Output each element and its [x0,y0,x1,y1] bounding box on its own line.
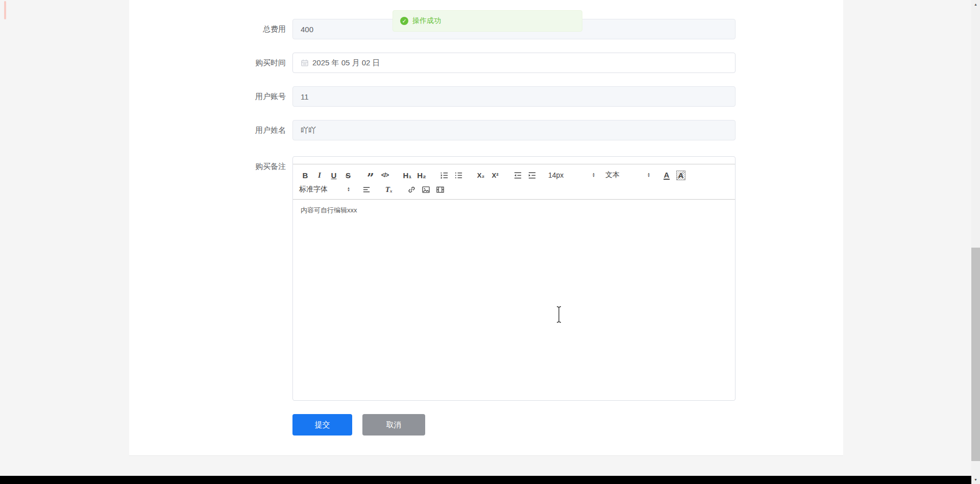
form-row-remark: 购买备注 B I U S ” </> [129,156,843,401]
format-picker[interactable]: 文本 ▲▼ [604,171,651,180]
group-clean: Tₓ [382,183,396,196]
group-block: ” </> [363,169,392,181]
user-account-value: 11 [301,92,309,101]
success-toast: ✓ 操作成功 [393,10,582,32]
group-align [359,183,374,196]
editor-content-area[interactable]: 内容可自行编辑xxx [293,200,735,400]
scrollbar-thumb[interactable] [971,248,980,461]
form-row-user-account: 用户账号 11 [129,86,843,107]
ordered-list-icon[interactable] [437,169,451,181]
scroll-up-icon[interactable]: ▲ [971,0,980,9]
purchase-form: 总费用 400 购买时间 [129,0,843,435]
italic-button[interactable]: I [312,169,327,181]
page: 总费用 400 购买时间 [0,0,980,484]
purchase-time-label: 购买时间 [129,53,292,73]
indent-icon[interactable] [525,169,539,181]
group-script: X₂ X² [474,169,502,181]
submit-button[interactable]: 提交 [292,414,352,435]
picker-arrows-icon: ▲▼ [347,187,350,192]
group-headers: H₁ H₂ [400,169,429,181]
group-lists [437,169,465,181]
link-icon[interactable] [404,183,419,196]
code-block-button[interactable]: </> [378,169,392,181]
toolbar-row-1: B I U S ” </> H₁ H₂ [298,168,731,182]
rich-text-editor: B I U S ” </> H₁ H₂ [292,156,736,401]
group-color: A A [659,169,688,181]
header2-button[interactable]: H₂ [414,169,429,181]
user-name-value: 吖吖 [301,126,316,135]
user-name-input[interactable]: 吖吖 [292,120,736,140]
image-icon[interactable] [419,183,433,196]
picker-arrows-icon: ▲▼ [592,173,595,178]
calendar-icon [301,59,309,67]
superscript-button[interactable]: X² [488,169,502,181]
group-indent [510,169,539,181]
clear-format-button[interactable]: Tₓ [382,183,396,196]
scroll-down-icon[interactable]: ▼ [971,475,980,484]
bold-button[interactable]: B [298,169,312,181]
editor-toolbar: B I U S ” </> H₁ H₂ [293,164,735,200]
outdent-icon[interactable] [510,169,525,181]
font-family-picker[interactable]: 标准字体 ▲▼ [298,185,351,194]
left-edge-artifact [4,1,6,19]
underline-button[interactable]: U [327,169,341,181]
toast-message: 操作成功 [412,16,441,26]
taskbar[interactable] [0,476,971,484]
toolbar-row-2: 标准字体 ▲▼ Tₓ [298,182,731,197]
purchase-time-datepicker[interactable]: 2025 年 05 月 02 日 [292,53,736,73]
background-color-button[interactable]: A [674,169,688,181]
form-actions: 提交 取消 [292,414,843,435]
remark-label: 购买备注 [129,156,292,177]
total-fee-label: 总费用 [129,19,292,39]
font-size-picker[interactable]: 14px ▲▼ [547,171,596,179]
cancel-button[interactable]: 取消 [362,414,425,435]
user-account-label: 用户账号 [129,86,292,107]
group-media [404,183,447,196]
total-fee-value: 400 [301,25,313,34]
editor-text: 内容可自行编辑xxx [301,206,357,214]
strike-button[interactable]: S [341,169,355,181]
form-row-user-name: 用户姓名 吖吖 [129,120,843,140]
user-account-input[interactable]: 11 [292,86,736,107]
user-name-label: 用户姓名 [129,120,292,140]
subscript-button[interactable]: X₂ [474,169,488,181]
form-card: 总费用 400 购买时间 [129,0,843,456]
video-icon[interactable] [433,183,447,196]
vertical-scrollbar[interactable]: ▲ ▼ [971,0,980,484]
purchase-time-value: 2025 年 05 月 02 日 [312,58,380,68]
text-color-button[interactable]: A [659,169,674,181]
group-text-style: B I U S [298,169,355,181]
blockquote-button[interactable]: ” [363,169,378,181]
picker-arrows-icon: ▲▼ [647,173,650,178]
success-check-icon: ✓ [400,17,408,25]
align-icon[interactable] [359,183,374,196]
bullet-list-icon[interactable] [451,169,465,181]
font-family-value: 标准字体 [299,185,328,194]
form-row-purchase-time: 购买时间 2025 年 05 月 02 日 [129,53,843,73]
header1-button[interactable]: H₁ [400,169,414,181]
format-value: 文本 [605,171,620,180]
font-size-value: 14px [548,171,564,179]
